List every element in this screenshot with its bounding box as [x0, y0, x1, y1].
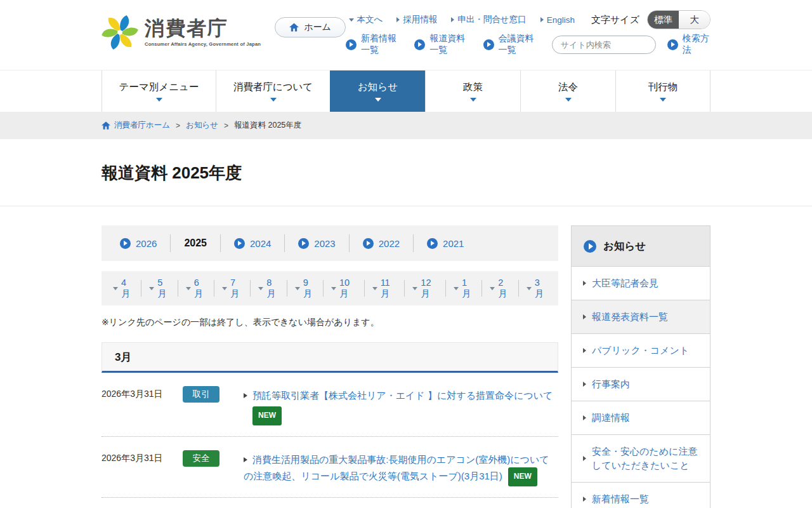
breadcrumb-link[interactable]: お知らせ	[186, 120, 218, 131]
sidebar-item[interactable]: 行事案内	[572, 368, 710, 401]
nav-item[interactable]: 政策	[425, 70, 520, 112]
circle-arrow-icon	[120, 238, 131, 249]
home-icon	[289, 23, 299, 32]
sidebar-item[interactable]: 新着情報一覧	[572, 483, 710, 508]
home-button[interactable]: ホーム	[275, 17, 346, 37]
sidebar-item[interactable]: 調達情報	[572, 401, 710, 435]
sidebar-item-label: パブリック・コメント	[592, 344, 689, 358]
month-link-label: 1月	[462, 277, 474, 300]
month-link[interactable]: 2月	[482, 280, 518, 297]
caret-down-icon	[149, 287, 154, 290]
quick-link[interactable]: 報道資料一覧	[414, 33, 471, 56]
search-help-link[interactable]: 検索方法	[667, 33, 710, 56]
nav-item[interactable]: お知らせ	[330, 70, 425, 112]
month-link[interactable]: 6月	[178, 280, 214, 297]
utility-nav: 本文へ採用情報申出・問合せ窓口English	[349, 14, 575, 25]
circle-arrow-icon	[234, 238, 245, 249]
arrow-right-icon	[244, 457, 247, 462]
sidebar-item[interactable]: 安全・安心のために注意していただきたいこと	[572, 435, 710, 483]
circle-arrow-icon	[427, 238, 438, 249]
circle-arrow-icon	[346, 39, 357, 50]
month-link[interactable]: 12月	[405, 280, 446, 297]
month-link[interactable]: 10月	[324, 280, 365, 297]
month-link-label: 4月	[121, 277, 133, 300]
month-link-label: 10月	[339, 277, 357, 300]
caret-right-icon	[540, 17, 544, 22]
year-tab[interactable]: 2021	[414, 234, 477, 252]
month-link[interactable]: 5月	[141, 280, 178, 297]
month-links: 4月5月6月7月8月9月10月11月12月1月2月3月	[102, 271, 558, 305]
quick-link[interactable]: 会議資料一覧	[483, 33, 540, 56]
month-link[interactable]: 11月	[365, 280, 405, 297]
press-release-list: 2026年3月31日取引預託等取引業者【株式会社リア・エイド 】に対する措置命令…	[102, 373, 558, 508]
utility-link[interactable]: English	[540, 14, 575, 25]
caret-down-icon	[372, 287, 377, 290]
circle-arrow-icon	[483, 39, 494, 50]
press-release-link[interactable]: 預託等取引業者【株式会社リア・エイド 】に対する措置命令について	[252, 390, 553, 401]
year-tab[interactable]: 2022	[350, 234, 414, 252]
main-column: 202620252024202320222021 4月5月6月7月8月9月10月…	[102, 225, 558, 508]
caret-down-icon	[565, 98, 572, 102]
circle-arrow-icon	[584, 240, 596, 253]
press-release-link[interactable]: 消費生活用製品の重大製品事故:長期使用のエアコン(室外機)についての注意喚起、リ…	[244, 454, 549, 481]
press-release-row: 2026年3月31日制度第7回現代社会における消費者取引の在り方を踏まえた消費者…	[102, 498, 558, 508]
breadcrumb-link[interactable]: 消費者庁ホーム	[102, 120, 170, 131]
nav-item-label: お知らせ	[358, 81, 398, 94]
breadcrumb-current: 報道資料 2025年度	[234, 120, 301, 131]
site-search-input[interactable]	[553, 36, 656, 53]
month-link-label: 2月	[498, 277, 510, 300]
caret-right-icon	[396, 17, 400, 22]
caret-down-icon	[527, 287, 532, 290]
nav-item-label: 消費者庁について	[233, 81, 313, 94]
quick-link-label: 新着情報一覧	[361, 33, 403, 56]
month-link[interactable]: 4月	[105, 280, 141, 297]
nav-item[interactable]: テーマ別メニュー	[102, 70, 216, 112]
year-tab-label: 2026	[136, 238, 157, 249]
utility-link[interactable]: 本文へ	[349, 14, 383, 25]
caret-down-icon	[295, 287, 300, 290]
year-tab[interactable]: 2026	[107, 234, 171, 252]
caret-right-icon	[583, 281, 586, 286]
year-tab-label: 2021	[443, 238, 464, 249]
sidebar-title: お知らせ	[603, 239, 646, 253]
press-release-line: 消費生活用製品の重大製品事故:長期使用のエアコン(室外機)についての注意喚起、リ…	[244, 451, 558, 486]
month-link[interactable]: 7月	[214, 280, 251, 297]
agency-pinwheel-icon	[102, 14, 138, 51]
sidebar-item[interactable]: パブリック・コメント	[572, 334, 710, 368]
disclaimer-note: ※リンク先のページの一部は終了し、表示できない場合があります。	[102, 317, 558, 328]
month-link[interactable]: 1月	[446, 280, 482, 297]
month-link-label: 6月	[194, 277, 206, 300]
breadcrumb-link-label: お知らせ	[186, 120, 218, 131]
sidebar-item[interactable]: 大臣等記者会見	[572, 267, 710, 300]
press-release-line: 預託等取引業者【株式会社リア・エイド 】に対する措置命令について	[244, 387, 558, 403]
year-tab[interactable]: 2023	[285, 234, 349, 252]
nav-item[interactable]: 法令	[520, 70, 615, 112]
caret-down-icon	[270, 98, 277, 102]
month-link[interactable]: 3月	[519, 280, 554, 297]
circle-arrow-icon	[298, 238, 309, 249]
nav-item[interactable]: 消費者庁について	[216, 70, 330, 112]
caret-right-icon	[583, 497, 586, 502]
utility-links: 本文へ採用情報申出・問合せ窓口English 文字サイズ 標準大	[349, 10, 711, 29]
nav-item[interactable]: 刊行物	[615, 70, 710, 112]
agency-logo[interactable]: 消費者庁 Consumer Affairs Agency, Government…	[102, 14, 261, 51]
utility-link[interactable]: 申出・問合せ窓口	[451, 14, 526, 25]
quick-link[interactable]: 新着情報一覧	[346, 33, 403, 56]
circle-arrow-icon	[363, 238, 374, 249]
month-link[interactable]: 9月	[287, 280, 324, 297]
month-link[interactable]: 8月	[251, 280, 287, 297]
category-badge: 安全	[183, 450, 219, 467]
font-size-label: 文字サイズ	[591, 14, 639, 26]
utility-link[interactable]: 採用情報	[396, 14, 437, 25]
month-link-label: 3月	[535, 277, 547, 300]
quick-link-label: 会議資料一覧	[499, 33, 540, 56]
month-link-label: 9月	[303, 277, 315, 300]
caret-right-icon	[583, 382, 586, 387]
font-size-option[interactable]: 大	[679, 11, 710, 29]
font-size-option[interactable]: 標準	[648, 11, 679, 29]
sidebar-header: お知らせ	[572, 226, 710, 267]
font-size-toggle: 標準大	[647, 10, 710, 29]
year-tab-label: 2023	[314, 238, 335, 249]
year-tab[interactable]: 2024	[221, 234, 285, 252]
sidebar-item[interactable]: 報道発表資料一覧	[572, 300, 710, 334]
